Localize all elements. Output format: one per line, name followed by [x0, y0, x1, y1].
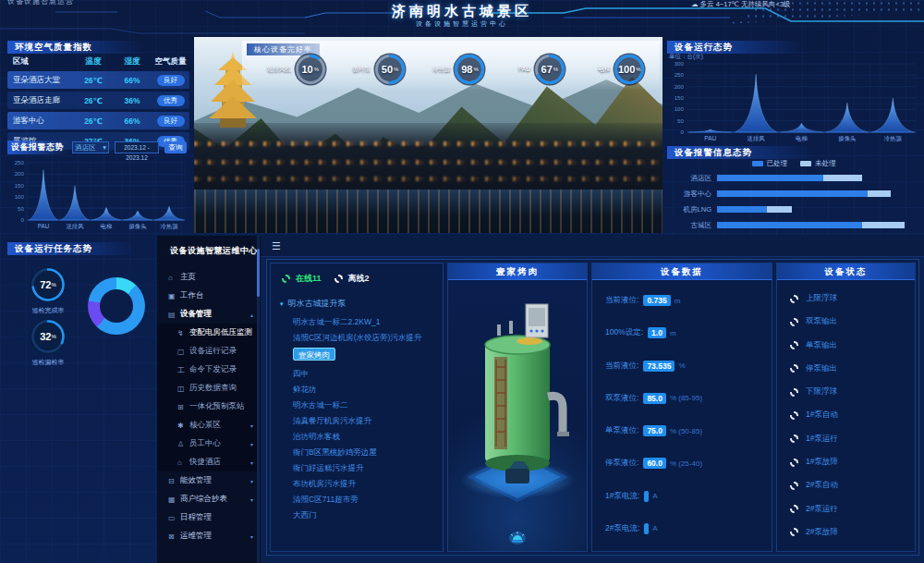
home-icon: ⌂ [168, 274, 180, 282]
menu-collapse-icon[interactable]: ☰ [272, 240, 281, 252]
sidebar-title: 设备设施智慧运维中心 [157, 236, 261, 268]
history-icon: ◫ [177, 385, 189, 393]
gear-icon: ✱ [177, 422, 189, 430]
alarm-info-bars: 酒店区游客中心机房LNG古城区 [667, 170, 920, 233]
table-row: 亚朵酒店走廊26℃36%优秀 [7, 92, 189, 109]
tree-item[interactable]: 大西门 [293, 508, 443, 523]
value-box [644, 491, 649, 502]
kpi-gauge: PAU67% [506, 53, 566, 86]
device-data-title: 设备数据 [592, 263, 772, 280]
device-data-row: 单泵液位:75.0% (50-85) [605, 425, 762, 436]
run-chart-unit: 单位：台(次) [669, 53, 703, 61]
device-status-row: 双泵输出 [790, 316, 906, 327]
svg-text:300: 300 [675, 60, 685, 67]
task-donut-chart [88, 277, 145, 335]
svg-text:0: 0 [21, 216, 25, 223]
tree-item[interactable]: 衙门B区黑桃妙鸡旁边屋 [293, 445, 443, 460]
inspection-miss-label: 巡检漏检率 [16, 358, 80, 367]
device-data-row: 双泵液位:85.0% (85-95) [605, 393, 762, 404]
sidebar-item-商户综合抄表[interactable]: ▦商户综合抄表▾ [157, 490, 261, 508]
sidebar-item-运维管理[interactable]: ⊠运维管理▾ [157, 527, 261, 545]
sidebar-item-核心景区[interactable]: ✱核心景区▾ [157, 416, 261, 434]
kpi-overlay: 核心设备完好率 送排风机10%循环泵50%冷热源98%PAU67%电梯100% [242, 41, 660, 91]
sidebar-item-工作台[interactable]: ▣工作台 [157, 287, 261, 305]
value-box: 0.735 [643, 295, 670, 306]
quality-badge: 优秀 [157, 95, 185, 106]
sidebar-item-员工中心[interactable]: ♙员工中心▾ [157, 434, 261, 453]
bar-row: 酒店区 [667, 170, 920, 186]
device-status-row: 下限浮球 [790, 386, 906, 398]
chevron-down-icon: ▾ [250, 496, 253, 503]
sidebar-item-命令下发记录[interactable]: 工命令下发记录 [157, 361, 261, 379]
tree-item-selected[interactable]: 壹家烤肉 [293, 348, 335, 361]
station-3d-panel: 壹家烤肉 [447, 263, 588, 552]
env-quality-table: 区域温度湿度空气质量 亚朵酒店大堂26℃66%良好亚朵酒店走廊26℃36%优秀游… [7, 55, 189, 150]
calendar-icon: ▭ [168, 514, 180, 522]
command-icon: 工 [177, 365, 189, 375]
tree-item[interactable]: 布坊机房污水提升 [293, 476, 443, 492]
energy-icon: ⊟ [168, 477, 180, 485]
alarm-info-legend: 已处理未处理 [667, 159, 920, 168]
tree-item[interactable]: 鲜花坊 [293, 382, 443, 398]
alarm-area-select[interactable]: 酒店区▾ [72, 141, 109, 153]
sidebar-scrollbar[interactable] [257, 236, 260, 563]
chevron-down-icon: ▾ [103, 142, 106, 153]
alarm-info-panel-title: 设备报警信息态势 [667, 146, 815, 159]
station-3d-view [448, 280, 587, 551]
svg-text:电梯: 电梯 [101, 223, 113, 229]
bar-row: 游客中心 [667, 186, 920, 202]
run-trend-chart: 050100150200250300PAU送排风电梯摄像头冷热源 [667, 57, 920, 142]
svg-text:摄像头: 摄像头 [128, 223, 147, 229]
sidebar-item-历史数据查询[interactable]: ◫历史数据查询 [157, 379, 261, 398]
device-status-title: 设备状态 [777, 263, 915, 280]
tree-item[interactable]: 衙门好运糕污水提升 [293, 460, 443, 476]
tree-status-summary: 在线11 离线2 [271, 263, 443, 285]
photo-town [194, 123, 663, 190]
sidebar-item-变配电房低压监测[interactable]: ↯变配电房低压监测 [157, 324, 261, 342]
tree-item[interactable]: 清照C区711超市旁 [293, 492, 443, 508]
status-ring-icon [790, 528, 798, 536]
content-toolbar: ☰ [261, 236, 924, 257]
svg-text:冷热源: 冷热源 [160, 223, 178, 230]
device-data-row: 当前液位:73.535% [605, 361, 762, 372]
chevron-up-icon: ▴ [250, 312, 253, 318]
tree-item[interactable]: 四中 [293, 366, 443, 382]
col-header: 区域 [7, 56, 74, 67]
workbench-icon: ▣ [168, 292, 180, 300]
sidebar-item-主页[interactable]: ⌂主页 [157, 268, 261, 287]
page-subtitle: 设备设施智慧运营中心 [0, 19, 924, 29]
device-status-row: 2#泵运行 [790, 504, 906, 515]
chevron-down-icon: ▾ [250, 422, 253, 429]
tree-item[interactable]: 明水古城一标二 [293, 398, 443, 413]
caret-down-icon: ▾ [280, 300, 284, 308]
tree-item[interactable]: 明水古城一标二2.2KW_1 [293, 314, 443, 330]
sidebar-item-日程管理[interactable]: ▭日程管理 [157, 508, 261, 527]
device-status-row: 2#泵自动 [790, 480, 906, 491]
svg-text:250: 250 [15, 159, 25, 165]
sidebar-item-快捷酒店[interactable]: ⌂快捷酒店▾ [157, 453, 261, 471]
tree-item[interactable]: 治坊明水客栈 [293, 429, 443, 445]
search-button[interactable]: 查询 [164, 141, 187, 153]
station-panel-title: 壹家烤肉 [448, 263, 587, 280]
content-frame: 在线11 离线2 ▾ 明水古城提升泵 明水古城一标二2.2KW_1清照C区河边机… [266, 259, 919, 556]
tree-item[interactable]: 清真餐厅机房污水提升 [293, 413, 443, 429]
sidebar-item-能效管理[interactable]: ⊟能效管理▾ [157, 471, 261, 490]
svg-text:0: 0 [681, 129, 685, 135]
status-ring-icon [790, 364, 798, 373]
alarm-date-range[interactable]: 2023.12 - 2023.12 [115, 141, 159, 153]
alarm-trend-chart: 050100150200250PAU送排风电梯摄像头冷热源 [7, 156, 189, 230]
chevron-down-icon: ▾ [250, 533, 253, 540]
sidebar-item-设备运行记录[interactable]: ▢设备运行记录 [157, 342, 261, 361]
svg-text:送排风: 送排风 [66, 223, 84, 230]
ops-icon: ⊠ [168, 532, 180, 541]
inspection-complete-label: 巡检完成率 [16, 306, 80, 315]
chevron-down-icon: ▾ [250, 478, 253, 484]
sidebar-item-设备管理[interactable]: ▤设备管理▴ [157, 305, 261, 324]
value-box: 85.0 [643, 393, 666, 404]
sidebar-item-一体化预制泵站[interactable]: ⊞一体化预制泵站 [157, 398, 261, 416]
device-data-row: 2#泵电流:A [605, 523, 762, 534]
tree-root-node[interactable]: ▾ 明水古城提升泵 [271, 285, 443, 310]
tree-item[interactable]: 清照C区河边机房(水饺店旁)污水提升 [293, 330, 443, 346]
svg-text:50: 50 [677, 117, 684, 124]
device-data-panel: 设备数据 当前液位:0.735m100%设定:1.0m当前液位:73.535%双… [591, 263, 772, 552]
